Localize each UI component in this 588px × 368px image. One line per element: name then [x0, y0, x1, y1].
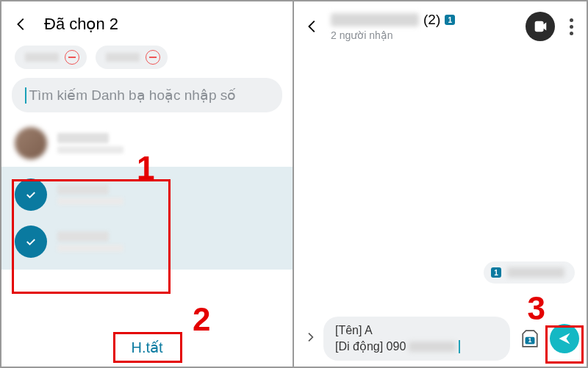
- chip-remove-icon[interactable]: [146, 50, 160, 65]
- outgoing-message-bubble[interactable]: 1: [484, 261, 575, 284]
- sim-icon: 1: [520, 329, 539, 348]
- done-button[interactable]: H.tất: [116, 331, 177, 364]
- search-placeholder: Tìm kiếm Danh bạ hoặc nhập số: [29, 87, 237, 104]
- expand-button[interactable]: [304, 331, 316, 346]
- selected-chip[interactable]: [96, 46, 168, 69]
- compose-input[interactable]: [Tên] A [Di động] 090: [323, 317, 510, 361]
- contact-row-selected[interactable]: [1, 218, 293, 265]
- contact-row[interactable]: [1, 120, 293, 167]
- sim-badge: 1: [445, 15, 455, 25]
- sim-select-button[interactable]: 1: [517, 328, 542, 350]
- thread-subtitle: 2 người nhận: [331, 29, 526, 41]
- thread-name-blur: [331, 13, 419, 26]
- message-blur: [507, 267, 564, 278]
- send-icon: [557, 331, 572, 346]
- search-input[interactable]: Tìm kiếm Danh bạ hoặc nhập số: [12, 78, 282, 112]
- contact-text: [57, 133, 123, 154]
- text-cursor: [25, 87, 26, 104]
- picker-header: Đã chọn 2: [1, 1, 293, 43]
- contact-picker-screen: Đã chọn 2 Tìm kiếm Danh bạ hoặc nhập số: [1, 1, 294, 367]
- compose-blur: [409, 342, 456, 352]
- avatar: [15, 127, 47, 159]
- conversation-screen: (2) 1 2 người nhận 1 [Tên]: [294, 1, 587, 367]
- contact-text: [57, 184, 123, 205]
- checkmark-icon: [24, 235, 37, 248]
- sim-badge: 1: [491, 267, 501, 278]
- text-cursor: [459, 340, 460, 353]
- more-options-button[interactable]: [565, 14, 578, 40]
- avatar-checked: [15, 178, 47, 211]
- avatar-checked: [15, 226, 47, 258]
- svg-text:1: 1: [528, 336, 532, 344]
- chip-remove-icon[interactable]: [65, 50, 79, 65]
- checkmark-icon: [24, 188, 37, 201]
- conversation-header: (2) 1 2 người nhận: [294, 1, 587, 48]
- video-call-button[interactable]: [526, 12, 555, 41]
- back-icon[interactable]: [13, 16, 29, 32]
- thread-title-block: (2) 1 2 người nhận: [331, 12, 526, 41]
- selected-chip[interactable]: [15, 46, 87, 69]
- thread-member-count: (2): [423, 12, 440, 28]
- selected-contacts-group: [1, 167, 293, 270]
- back-icon[interactable]: [304, 18, 320, 35]
- compose-bar: [Tên] A [Di động] 090 1: [294, 311, 587, 367]
- selected-chips-row: [1, 43, 293, 75]
- send-button[interactable]: [550, 324, 579, 353]
- contact-text: [57, 231, 123, 252]
- compose-line2-prefix: [Di động] 090: [335, 339, 406, 355]
- chip-name-blur: [106, 53, 140, 62]
- annotation-number-2: 2: [193, 301, 210, 338]
- video-icon: [532, 18, 548, 35]
- picker-title: Đã chọn 2: [44, 15, 118, 34]
- contact-row-selected[interactable]: [1, 171, 293, 218]
- chip-name-blur: [25, 53, 59, 62]
- compose-line1: [Tên] A: [335, 322, 498, 339]
